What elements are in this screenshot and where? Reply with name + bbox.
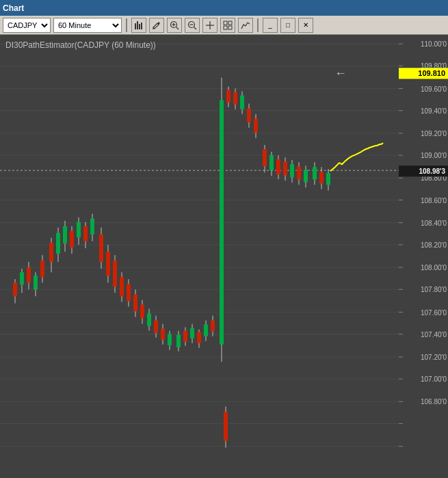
svg-rect-65 — [106, 252, 110, 276]
svg-text:108.98'3: 108.98'3 — [419, 168, 446, 175]
svg-text:108.60'0: 108.60'0 — [421, 196, 447, 204]
svg-rect-63 — [99, 235, 103, 262]
grid-icon[interactable] — [220, 18, 235, 33]
svg-rect-3 — [141, 23, 142, 29]
svg-text:107.60'0: 107.60'0 — [421, 308, 447, 316]
svg-rect-13 — [224, 21, 227, 25]
title-bar: Chart — [0, 0, 448, 16]
svg-rect-105 — [247, 109, 251, 122]
minimize-btn[interactable]: _ — [263, 18, 278, 33]
svg-rect-95 — [211, 321, 215, 332]
svg-rect-2 — [139, 24, 140, 29]
crosshair-icon[interactable] — [202, 18, 218, 33]
svg-rect-99 — [226, 90, 230, 102]
title-bar-text: Chart — [3, 3, 24, 13]
svg-rect-41 — [20, 272, 24, 284]
svg-rect-130 — [399, 35, 448, 478]
svg-line-9 — [194, 27, 197, 29]
svg-rect-43 — [27, 267, 31, 282]
draw-icon[interactable] — [149, 18, 164, 33]
zoom-out-icon[interactable] — [185, 18, 200, 33]
maximize-btn[interactable]: □ — [280, 18, 295, 33]
svg-rect-59 — [83, 226, 88, 241]
svg-rect-125 — [319, 172, 324, 183]
svg-text:108.00'0: 108.00'0 — [421, 264, 447, 271]
bar-chart-icon[interactable] — [131, 18, 146, 33]
svg-rect-51 — [56, 233, 60, 254]
svg-rect-117 — [290, 164, 294, 177]
price-axis: 110.00'0 109.80'0 109.60'0 109.40'0 109.… — [399, 35, 448, 478]
svg-rect-127 — [326, 173, 330, 185]
svg-rect-69 — [120, 277, 124, 296]
chart-title: DI30PathEstimator(CADJPY (60 Minute)) — [5, 40, 156, 50]
svg-rect-81 — [161, 329, 165, 340]
svg-text:106.80'0: 106.80'0 — [421, 398, 447, 406]
svg-rect-107 — [254, 119, 258, 133]
main-window: Chart CADJPY 60 Minute — [0, 0, 448, 478]
svg-rect-0 — [135, 23, 136, 29]
svg-text:109.20'0: 109.20'0 — [421, 130, 447, 137]
svg-rect-119 — [297, 166, 301, 179]
svg-text:108.20'0: 108.20'0 — [421, 241, 447, 249]
close-btn[interactable]: ✕ — [298, 18, 313, 33]
svg-rect-67 — [113, 261, 117, 287]
symbol-dropdown[interactable]: CADJPY — [3, 18, 51, 33]
svg-rect-101 — [233, 92, 237, 105]
svg-text:109.60'0: 109.60'0 — [421, 85, 447, 92]
zoom-in-icon[interactable] — [167, 18, 182, 33]
timeframe-dropdown[interactable]: 60 Minute — [53, 18, 122, 33]
svg-text:108.40'0: 108.40'0 — [421, 220, 447, 227]
svg-text:109.40'0: 109.40'0 — [421, 107, 447, 115]
svg-rect-73 — [133, 294, 137, 311]
svg-rect-129 — [224, 412, 228, 440]
svg-rect-85 — [176, 335, 181, 347]
svg-text:109.00'0: 109.00'0 — [421, 152, 447, 159]
svg-rect-93 — [204, 325, 208, 336]
svg-rect-55 — [70, 231, 74, 248]
chart-type-icon[interactable] — [238, 18, 253, 33]
separator-1 — [126, 18, 127, 32]
svg-rect-57 — [77, 222, 81, 237]
svg-rect-53 — [63, 226, 67, 243]
svg-rect-87 — [183, 331, 187, 342]
svg-rect-45 — [34, 276, 38, 289]
svg-rect-17 — [0, 35, 399, 478]
svg-rect-39 — [13, 282, 17, 296]
svg-rect-91 — [197, 332, 201, 343]
svg-rect-121 — [304, 170, 308, 182]
svg-rect-75 — [140, 304, 144, 318]
svg-rect-16 — [228, 26, 232, 29]
svg-text:107.20'0: 107.20'0 — [421, 354, 447, 361]
chart-main: DI30PathEstimator(CADJPY (60 Minute)) ← — [0, 35, 399, 478]
svg-rect-71 — [127, 284, 131, 301]
svg-rect-77 — [147, 314, 151, 326]
svg-rect-89 — [190, 328, 194, 338]
svg-rect-123 — [313, 167, 317, 179]
arrow-indicator: ← — [334, 66, 347, 81]
svg-rect-113 — [276, 159, 280, 174]
svg-text:107.40'0: 107.40'0 — [421, 331, 447, 338]
svg-rect-61 — [90, 219, 94, 235]
svg-rect-15 — [224, 26, 227, 29]
toolbar: CADJPY 60 Minute — [0, 16, 448, 35]
separator-2 — [257, 18, 259, 32]
svg-rect-1 — [137, 21, 138, 29]
svg-rect-83 — [168, 334, 172, 345]
svg-rect-97 — [220, 101, 224, 345]
svg-rect-79 — [154, 321, 158, 333]
svg-rect-47 — [40, 261, 44, 277]
svg-rect-109 — [263, 149, 267, 166]
chart-area: DI30PathEstimator(CADJPY (60 Minute)) ← — [0, 35, 448, 478]
svg-text:107.00'0: 107.00'0 — [421, 375, 447, 383]
svg-rect-14 — [228, 21, 232, 25]
svg-text:107.80'0: 107.80'0 — [421, 286, 447, 293]
chart-svg — [0, 35, 399, 478]
svg-rect-103 — [240, 96, 244, 109]
svg-line-5 — [176, 27, 179, 29]
svg-rect-115 — [283, 161, 287, 175]
svg-rect-111 — [269, 155, 274, 170]
svg-text:109.810: 109.810 — [418, 69, 445, 77]
svg-rect-49 — [49, 243, 53, 262]
svg-text:110.00'0: 110.00'0 — [421, 40, 447, 48]
